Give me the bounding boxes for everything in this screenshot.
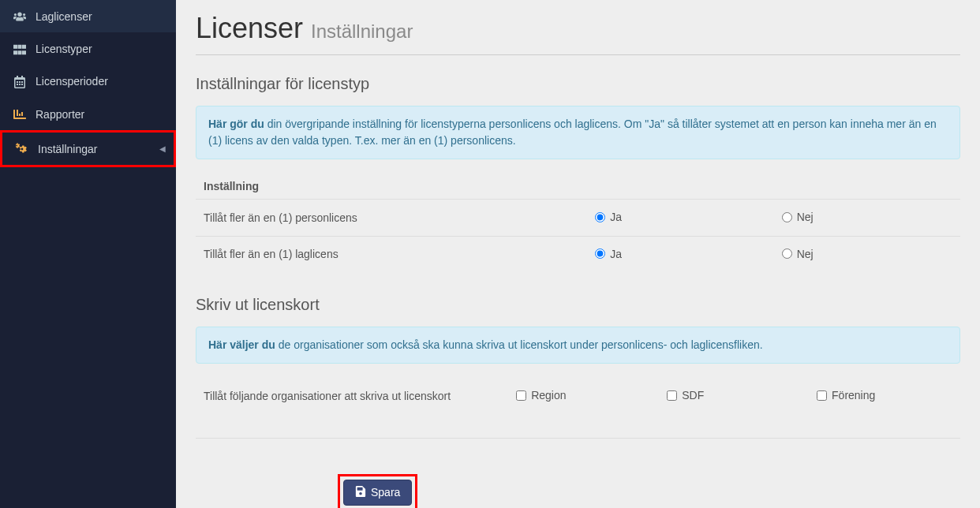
- radio-laglicens-ja[interactable]: Ja: [595, 248, 622, 260]
- radio-input[interactable]: [595, 248, 605, 259]
- radio-label: Nej: [797, 248, 814, 260]
- sidebar-item-rapporter[interactable]: Rapporter: [0, 98, 176, 130]
- users-icon: [12, 9, 28, 23]
- checkbox-forening[interactable]: Förening: [817, 389, 875, 402]
- org-row-label: Tillåt följande organisationer att skriv…: [196, 378, 508, 414]
- sidebar-item-label: Licenstyper: [36, 43, 92, 55]
- checkbox-input[interactable]: [817, 390, 827, 401]
- info-box-licenskort: Här väljer du de organisationer som ocks…: [196, 327, 960, 364]
- settings-table: Inställning Tillåt fler än en (1) person…: [196, 174, 960, 272]
- checkbox-input[interactable]: [516, 390, 526, 401]
- chart-icon: [12, 107, 28, 121]
- sidebar-item-label: Inställningar: [38, 143, 98, 155]
- save-row: Spara: [196, 462, 960, 509]
- checkbox-input[interactable]: [667, 390, 677, 401]
- radio-personlicens-ja[interactable]: Ja: [595, 211, 622, 223]
- col-header-installning: Inställning: [196, 174, 587, 200]
- sidebar-item-label: Rapporter: [36, 108, 84, 121]
- radio-laglicens-nej[interactable]: Nej: [782, 248, 814, 260]
- section-title-licenskort: Skriv ut licenskort: [196, 296, 960, 314]
- checkbox-sdf[interactable]: SDF: [667, 389, 704, 402]
- page-header: Licenser Inställningar: [196, 12, 960, 55]
- radio-label: Nej: [797, 211, 814, 223]
- setting-label: Tillåt fler än en (1) personlicens: [196, 200, 587, 237]
- checkbox-label: Förening: [832, 389, 875, 402]
- sidebar-item-licenstyper[interactable]: Licenstyper: [0, 32, 176, 65]
- save-highlight: Spara: [338, 474, 417, 509]
- sidebar-item-installningar[interactable]: Inställningar ◀: [0, 130, 176, 167]
- save-icon: [355, 486, 366, 499]
- save-label: Spara: [371, 486, 400, 499]
- grid-icon: [12, 42, 28, 55]
- setting-label: Tillåt fler än en (1) laglicens: [196, 236, 587, 272]
- checkbox-region[interactable]: Region: [516, 389, 566, 402]
- sidebar-item-licensperioder[interactable]: Licensperioder: [0, 65, 176, 98]
- setting-row-laglicens: Tillåt fler än en (1) laglicens Ja Nej: [196, 236, 960, 272]
- radio-input[interactable]: [782, 212, 792, 222]
- calendar-icon: [12, 75, 28, 88]
- save-button[interactable]: Spara: [343, 480, 412, 506]
- radio-label: Ja: [610, 248, 622, 260]
- checkbox-label: SDF: [682, 389, 704, 402]
- info-text: din övergripande inställning för licenst…: [208, 118, 937, 147]
- divider: [196, 438, 960, 439]
- info-strong: Här gör du: [208, 118, 264, 130]
- info-text: de organisationer som också ska kunna sk…: [275, 338, 763, 351]
- info-box-licenstyp: Här gör du din övergripande inställning …: [196, 106, 960, 159]
- org-row: Tillåt följande organisationer att skriv…: [196, 378, 960, 414]
- caret-left-icon: ◀: [159, 144, 166, 153]
- page-title: Licenser: [196, 12, 303, 44]
- sidebar: Laglicenser Licenstyper Licensperioder R…: [0, 0, 176, 508]
- cogs-icon: [14, 142, 30, 155]
- radio-label: Ja: [610, 211, 622, 223]
- info-strong: Här väljer du: [208, 338, 275, 351]
- main-content: Licenser Inställningar Inställningar för…: [176, 0, 980, 508]
- sidebar-item-label: Laglicenser: [36, 10, 92, 23]
- page-subtitle: Inställningar: [311, 21, 413, 42]
- setting-row-personlicens: Tillåt fler än en (1) personlicens Ja Ne…: [196, 200, 960, 237]
- radio-input[interactable]: [782, 248, 792, 259]
- radio-input[interactable]: [595, 212, 605, 222]
- org-table: Tillåt följande organisationer att skriv…: [196, 378, 960, 414]
- checkbox-label: Region: [531, 389, 566, 402]
- radio-personlicens-nej[interactable]: Nej: [782, 211, 814, 223]
- sidebar-item-laglicenser[interactable]: Laglicenser: [0, 0, 176, 32]
- sidebar-item-label: Licensperioder: [36, 75, 108, 88]
- section-title-licenstyp: Inställningar för licenstyp: [196, 75, 960, 93]
